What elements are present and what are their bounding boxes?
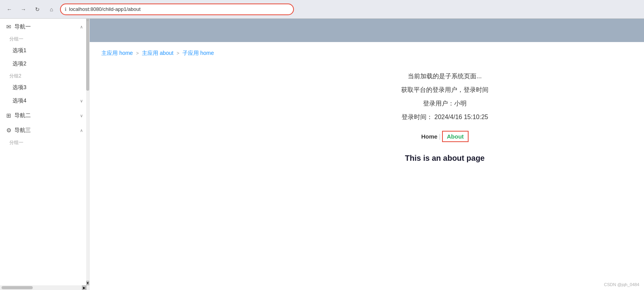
- nav1-item4-chevron: ∨: [80, 98, 83, 104]
- user-label: 登录用户：小明: [423, 100, 467, 108]
- subsystem-text: 当前加载的是子系统页面...: [408, 72, 481, 81]
- nav1-chevron: ∧: [80, 25, 83, 30]
- app-container: ✉ 导航一 ∧ 分组一 选项1 选项2 分组2 选项3 选项4 ∨ ⊞ 导航二 …: [0, 19, 644, 290]
- header-banner: [90, 19, 644, 42]
- breadcrumb-sep1: >: [136, 51, 139, 56]
- nav1-item1[interactable]: 选项1: [0, 44, 89, 57]
- nav3-label: 导航三: [14, 127, 80, 134]
- hscroll-right-arrow[interactable]: ▶: [82, 285, 87, 290]
- info-section: 当前加载的是子系统页面... 获取平台的登录用户，登录时间 登录用户：小明 登录…: [257, 72, 632, 163]
- browser-chrome: ← → ↻ ⌂ ℹ localhost:8080/child-app1/abou…: [0, 0, 644, 19]
- nav1-subgroup1-label: 分组一: [0, 33, 89, 44]
- nav1-item4[interactable]: 选项4 ∨: [0, 94, 89, 107]
- sidebar-hscroll-thumb[interactable]: [2, 286, 33, 289]
- sidebar-scrollbar-thumb[interactable]: [86, 21, 89, 91]
- login-time: 登录时间： 2024/4/16 15:10:25: [402, 113, 488, 121]
- nav1-item2[interactable]: 选项2: [0, 57, 89, 70]
- nav1-item4-label: 选项4: [12, 97, 80, 104]
- breadcrumb-sep2: >: [177, 51, 179, 56]
- nav-links: Home | About: [421, 131, 468, 142]
- content-area: 主应用 home > 主应用 about > 子应用 home 当前加载的是子系…: [90, 42, 644, 170]
- breadcrumb-item3[interactable]: 子应用 home: [182, 50, 214, 57]
- sidebar-scrollbar[interactable]: ▲ ▼: [86, 19, 89, 290]
- about-heading: This is an about page: [405, 154, 485, 163]
- breadcrumb: 主应用 home > 主应用 about > 子应用 home: [101, 50, 632, 57]
- nav3-icon: ⚙: [6, 127, 11, 134]
- nav2-label: 导航二: [14, 112, 80, 119]
- nav-about-link[interactable]: About: [442, 131, 468, 142]
- nav1-header[interactable]: ✉ 导航一 ∧: [0, 19, 89, 33]
- sidebar: ✉ 导航一 ∧ 分组一 选项1 选项2 分组2 选项3 选项4 ∨ ⊞ 导航二 …: [0, 19, 90, 290]
- nav3-subgroup1-label: 分组一: [0, 137, 89, 148]
- back-button[interactable]: ←: [4, 4, 15, 15]
- footer-watermark: CSDN @jqh_0484: [604, 282, 639, 287]
- scroll-arrow-down[interactable]: ▼: [86, 281, 89, 285]
- info-icon: ℹ: [65, 7, 67, 12]
- nav-home-link[interactable]: Home: [421, 133, 437, 140]
- login-time-label: 登录时间：: [402, 114, 433, 120]
- nav1-label: 导航一: [14, 23, 80, 30]
- sidebar-hscroll[interactable]: ▶: [0, 285, 87, 290]
- url-text: localhost:8080/child-app1/about: [69, 6, 141, 12]
- nav3-header[interactable]: ⚙ 导航三 ∧: [0, 122, 89, 137]
- breadcrumb-item1[interactable]: 主应用 home: [101, 50, 133, 57]
- forward-button[interactable]: →: [18, 4, 29, 15]
- breadcrumb-item2[interactable]: 主应用 about: [142, 50, 173, 57]
- nav1-icon: ✉: [6, 23, 11, 30]
- nav3-chevron: ∧: [80, 128, 83, 133]
- reload-button[interactable]: ↻: [32, 4, 43, 15]
- nav2-header[interactable]: ⊞ 导航二 ∨: [0, 107, 89, 122]
- nav-link-separator: |: [439, 133, 441, 140]
- nav2-chevron: ∨: [80, 113, 83, 118]
- login-time-value: 2024/4/16 15:10:25: [434, 114, 488, 120]
- nav2-icon: ⊞: [6, 112, 11, 119]
- home-button[interactable]: ⌂: [46, 4, 57, 15]
- nav1-item3[interactable]: 选项3: [0, 81, 89, 94]
- platform-info: 获取平台的登录用户，登录时间: [401, 86, 488, 94]
- address-bar[interactable]: ℹ localhost:8080/child-app1/about: [60, 4, 294, 15]
- nav1-subgroup2-label: 分组2: [0, 70, 89, 81]
- main-content: 主应用 home > 主应用 about > 子应用 home 当前加载的是子系…: [90, 19, 644, 290]
